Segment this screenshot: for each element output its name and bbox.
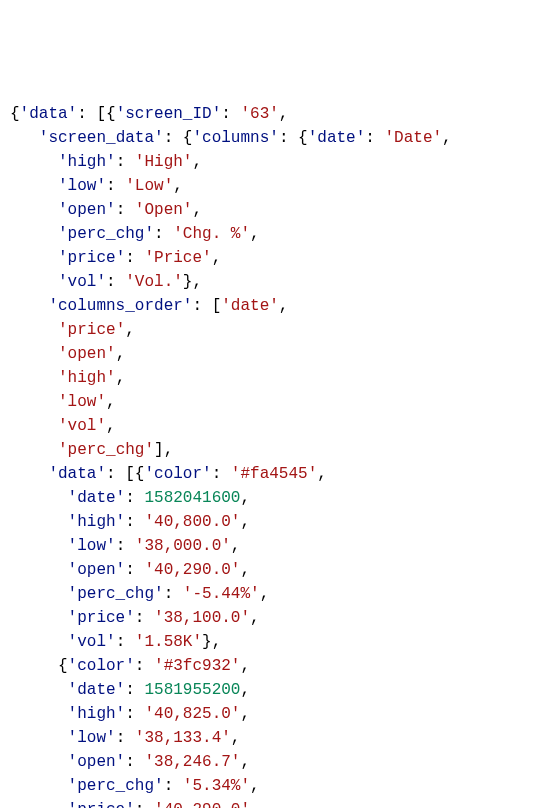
token-pun: , — [106, 393, 116, 411]
token-key: 'date' — [68, 489, 126, 507]
code-line: {'color': '#3fc932', — [10, 654, 549, 678]
token-key: 'price' — [68, 609, 135, 627]
token-str: '38,100.0' — [154, 609, 250, 627]
token-pun: , — [260, 585, 270, 603]
token-pun: , — [192, 153, 202, 171]
code-line: 'vol', — [10, 414, 549, 438]
token-key: 'open' — [58, 201, 116, 219]
token-pun: : — [125, 705, 144, 723]
token-str: '38,000.0' — [135, 537, 231, 555]
token-key: 'high' — [68, 705, 126, 723]
token-pun: , — [240, 561, 250, 579]
token-key: 'low' — [58, 177, 106, 195]
code-line: 'price': '38,100.0', — [10, 606, 549, 630]
token-str: 'High' — [135, 153, 193, 171]
token-pun: }, — [183, 273, 202, 291]
token-pun: , — [116, 345, 126, 363]
token-str: 'price' — [58, 321, 125, 339]
token-str: '1.58K' — [135, 633, 202, 651]
token-pun: : — [135, 609, 154, 627]
token-pun: : [{ — [106, 465, 144, 483]
code-line: 'high': 'High', — [10, 150, 549, 174]
code-line: 'open': '40,290.0', — [10, 558, 549, 582]
token-pun: ], — [154, 441, 173, 459]
code-block: {'data': [{'screen_ID': '63', 'screen_da… — [10, 102, 549, 808]
code-line: 'date': 1582041600, — [10, 486, 549, 510]
token-pun: : — [125, 249, 144, 267]
code-line: 'open': 'Open', — [10, 198, 549, 222]
token-key: 'high' — [58, 153, 116, 171]
token-pun: : — [221, 105, 240, 123]
token-key: 'high' — [68, 513, 126, 531]
token-str: 'open' — [58, 345, 116, 363]
token-key: 'columns' — [192, 129, 278, 147]
token-pun: , — [317, 465, 327, 483]
token-pun: : — [164, 777, 183, 795]
token-pun: , — [212, 249, 222, 267]
code-line: 'date': 1581955200, — [10, 678, 549, 702]
token-pun: : [ — [192, 297, 221, 315]
token-str: '63' — [240, 105, 278, 123]
token-key: 'low' — [68, 729, 116, 747]
token-str: '38,133.4' — [135, 729, 231, 747]
code-line: 'columns_order': ['date', — [10, 294, 549, 318]
token-str: '40,290.0' — [144, 561, 240, 579]
token-num: 1581955200 — [144, 681, 240, 699]
code-line: 'perc_chg'], — [10, 438, 549, 462]
code-line: 'perc_chg': '5.34%', — [10, 774, 549, 798]
token-str: 'Vol.' — [125, 273, 183, 291]
token-key: 'open' — [68, 753, 126, 771]
token-pun: , — [173, 177, 183, 195]
token-key: 'columns_order' — [48, 297, 192, 315]
token-pun: : { — [279, 129, 308, 147]
token-num: 1582041600 — [144, 489, 240, 507]
token-key: 'data' — [20, 105, 78, 123]
token-str: 'Date' — [385, 129, 443, 147]
token-str: '-5.44%' — [183, 585, 260, 603]
token-key: 'low' — [68, 537, 116, 555]
token-pun: , — [106, 417, 116, 435]
token-str: 'Chg. %' — [173, 225, 250, 243]
token-pun: , — [192, 201, 202, 219]
token-pun: , — [240, 705, 250, 723]
token-key: 'color' — [144, 465, 211, 483]
token-str: '40,800.0' — [144, 513, 240, 531]
token-key: 'screen_ID' — [116, 105, 222, 123]
token-str: '#fa4545' — [231, 465, 317, 483]
code-line: 'low': 'Low', — [10, 174, 549, 198]
token-pun: , — [250, 801, 260, 808]
token-str: '5.34%' — [183, 777, 250, 795]
code-line: 'open': '38,246.7', — [10, 750, 549, 774]
token-str: 'vol' — [58, 417, 106, 435]
token-key: 'color' — [68, 657, 135, 675]
token-str: 'perc_chg' — [58, 441, 154, 459]
token-pun: : — [365, 129, 384, 147]
token-key: 'perc_chg' — [68, 585, 164, 603]
code-line: 'screen_data': {'columns': {'date': 'Dat… — [10, 126, 549, 150]
token-str: 'high' — [58, 369, 116, 387]
token-str: '40,290.0' — [154, 801, 250, 808]
token-pun: : — [116, 537, 135, 555]
token-pun: , — [240, 657, 250, 675]
token-str: 'Price' — [144, 249, 211, 267]
token-key: 'vol' — [68, 633, 116, 651]
token-str: '#3fc932' — [154, 657, 240, 675]
token-pun: : — [125, 513, 144, 531]
token-pun: : — [106, 273, 125, 291]
token-pun: : — [135, 801, 154, 808]
token-str: '38,246.7' — [144, 753, 240, 771]
code-line: 'price', — [10, 318, 549, 342]
code-line: 'low': '38,000.0', — [10, 534, 549, 558]
token-pun: { — [10, 105, 20, 123]
token-pun: , — [240, 753, 250, 771]
code-line: 'high': '40,825.0', — [10, 702, 549, 726]
code-line: 'open', — [10, 342, 549, 366]
token-key: 'date' — [308, 129, 366, 147]
token-key: 'date' — [68, 681, 126, 699]
token-pun: , — [231, 729, 241, 747]
code-line: 'high', — [10, 366, 549, 390]
token-pun: : — [125, 561, 144, 579]
code-line: 'data': [{'color': '#fa4545', — [10, 462, 549, 486]
token-pun: : — [135, 657, 154, 675]
code-line: 'perc_chg': '-5.44%', — [10, 582, 549, 606]
